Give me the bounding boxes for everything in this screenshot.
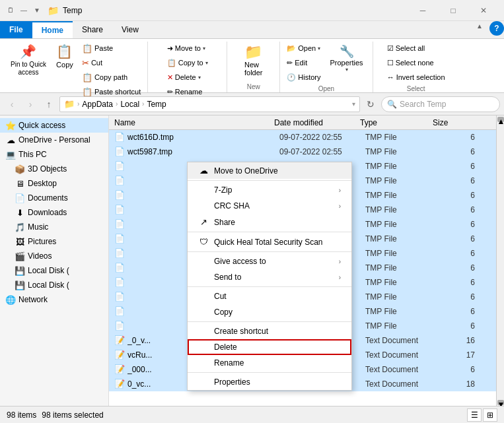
copy-path-button[interactable]: 📋 Copy path [79, 71, 143, 84]
delete-dropdown-icon: ▾ [198, 75, 201, 81]
close-button[interactable]: ✕ [468, 0, 499, 21]
back-button[interactable]: ‹ [4, 96, 20, 112]
system-icon: 🗒 [5, 5, 16, 16]
path-sep-1: › [77, 100, 79, 108]
table-row[interactable]: 📄 wct616D.tmp 09-07-2022 02:55 TMP File … [109, 130, 496, 145]
move-arrow-icon: ➜ [167, 44, 173, 53]
edit-button[interactable]: ✏ Edit [284, 56, 323, 69]
col-size-header[interactable]: Size [433, 118, 472, 127]
delete-button[interactable]: ✕ Delete ▾ [164, 71, 211, 84]
scroll-up-arrow[interactable]: ▲ [497, 117, 504, 122]
open-button[interactable]: 📂 Open ▾ [284, 42, 323, 55]
ctx-quick-heal[interactable]: 🛡 Quick Heal Total Security Scan [188, 234, 351, 250]
vertical-scrollbar[interactable]: ▲ ▼ [496, 115, 504, 407]
paste-button[interactable]: 📋 Paste [79, 42, 143, 55]
ctx-properties[interactable]: Properties [188, 374, 351, 390]
invert-selection-button[interactable]: ↔ Invert selection [384, 71, 448, 84]
move-to-button[interactable]: ➜ Move to ▾ [164, 42, 211, 55]
tab-file[interactable]: File [0, 21, 32, 38]
file-icon: 📄 [114, 146, 125, 157]
sidebar-item-this-pc[interactable]: 💻 This PC [0, 147, 108, 162]
forward-button[interactable]: › [22, 96, 38, 112]
status-bar: 98 items 98 items selected ☰ ⊞ [0, 406, 504, 423]
sidebar-item-quick-access[interactable]: ⭐ Quick access [0, 118, 108, 133]
table-row[interactable]: 📄 wct5987.tmp 09-07-2022 02:55 TMP File … [109, 145, 496, 159]
file-icon: 📄 [114, 306, 125, 317]
ribbon-collapse-button[interactable]: ▲ [472, 21, 487, 38]
copy-button[interactable]: 📋 Copy [52, 42, 78, 71]
up-button[interactable]: ↑ [41, 96, 57, 112]
tab-home[interactable]: Home [32, 21, 73, 38]
ctx-copy[interactable]: Copy [188, 304, 351, 320]
sidebar-item-network[interactable]: 🌐 Network [0, 292, 108, 307]
file-size: 6 [438, 191, 478, 200]
ctx-give-access[interactable]: Give access to › [188, 253, 351, 269]
organise-buttons: ➜ Move to ▾ 📋 Copy to ▾ ✕ Delete ▾ ✏ Ren… [164, 42, 211, 98]
ctx-move-to-onedrive-label: Move to OneDrive [214, 166, 278, 176]
select-all-button[interactable]: ☑ Select all [384, 42, 448, 55]
sidebar-item-music[interactable]: 🎵 Music [0, 220, 108, 234]
properties-label: Properties [330, 59, 363, 67]
ctx-send-to[interactable]: Send to › [188, 269, 351, 285]
search-box[interactable]: 🔍 Search Temp [381, 96, 500, 112]
network-icon: 🌐 [5, 295, 16, 305]
sidebar-item-videos[interactable]: 🎬 Videos [0, 249, 108, 263]
help-button[interactable]: ? [489, 21, 504, 36]
col-date-header[interactable]: Date modified [274, 118, 360, 127]
copy-to-button[interactable]: 📋 Copy to ▾ [164, 56, 211, 69]
path-dropdown-icon[interactable]: ▾ [352, 100, 355, 108]
ribbon-group-new: 📁 Newfolder New [227, 42, 280, 92]
minimize-button[interactable]: ─ [408, 0, 438, 21]
select-none-button[interactable]: ☐ Select none [384, 56, 448, 69]
sidebar-item-desktop[interactable]: 🖥 Desktop [0, 176, 108, 191]
sidebar-item-local-disk-d[interactable]: 💾 Local Disk ( [0, 278, 108, 292]
tab-share[interactable]: Share [73, 21, 112, 38]
sidebar-item-pictures[interactable]: 🖼 Pictures [0, 234, 108, 249]
ctx-sep-4 [188, 286, 351, 287]
sidebar-item-documents[interactable]: 📄 Documents [0, 191, 108, 205]
maximize-button[interactable]: □ [438, 0, 468, 21]
path-appdata[interactable]: AppData [82, 100, 113, 109]
pin-to-quick-access-button[interactable]: 📌 Pin to Quickaccess [7, 42, 50, 79]
path-local[interactable]: Local [120, 100, 139, 109]
quick-access-icon: ⭐ [5, 121, 16, 131]
path-temp[interactable]: Temp [147, 100, 166, 109]
file-icon: 📝 [114, 335, 125, 346]
col-name-header[interactable]: Name [109, 118, 274, 127]
ctx-sep-1 [188, 180, 351, 181]
ctx-sep-3 [188, 251, 351, 252]
details-view-button[interactable]: ☰ [467, 408, 482, 422]
new-folder-button[interactable]: 📁 Newfolder [237, 42, 270, 79]
edit-label: Edit [295, 59, 307, 67]
refresh-button[interactable]: ↻ [363, 96, 378, 112]
address-path[interactable]: 📁 › AppData › Local › Temp ▾ [59, 96, 360, 112]
ctx-create-shortcut[interactable]: Create shortcut [188, 323, 351, 339]
ctx-crc-sha[interactable]: CRC SHA › [188, 198, 351, 214]
file-type: TMP File [365, 249, 438, 258]
cut-icon: ✂ [82, 58, 89, 68]
history-label: History [298, 73, 320, 81]
sidebar-item-3d-objects[interactable]: 📦 3D Objects [0, 162, 108, 176]
ctx-7zip[interactable]: 7-Zip › [188, 182, 351, 198]
col-type-header[interactable]: Type [360, 118, 433, 127]
sidebar-item-downloads[interactable]: ⬇ Downloads [0, 205, 108, 220]
file-size: 6 [438, 176, 478, 185]
selected-count: 98 items selected [42, 410, 103, 420]
search-placeholder: Search Temp [400, 100, 446, 109]
properties-button[interactable]: 🔧 Properties ▾ [327, 43, 365, 74]
ctx-share[interactable]: ↗ Share [188, 214, 351, 230]
ctx-rename[interactable]: Rename [188, 355, 351, 371]
file-type: TMP File [365, 234, 438, 244]
cut-button[interactable]: ✂ Cut [79, 56, 143, 69]
ctx-move-to-onedrive[interactable]: ☁ Move to OneDrive [188, 162, 351, 179]
ctx-cut[interactable]: Cut [188, 288, 351, 304]
3d-objects-icon: 📦 [15, 164, 25, 174]
ctx-delete[interactable]: Delete [188, 339, 351, 355]
sidebar-item-onedrive[interactable]: ☁ OneDrive - Personal [0, 133, 108, 147]
history-button[interactable]: 🕐 History [284, 71, 323, 84]
tab-view[interactable]: View [112, 21, 148, 38]
large-icons-view-button[interactable]: ⊞ [483, 408, 497, 422]
sidebar: ⭐ Quick access ☁ OneDrive - Personal 💻 T… [0, 115, 109, 407]
sidebar-item-local-disk-c[interactable]: 💾 Local Disk ( [0, 263, 108, 278]
scroll-down-arrow[interactable]: ▼ [497, 400, 504, 405]
